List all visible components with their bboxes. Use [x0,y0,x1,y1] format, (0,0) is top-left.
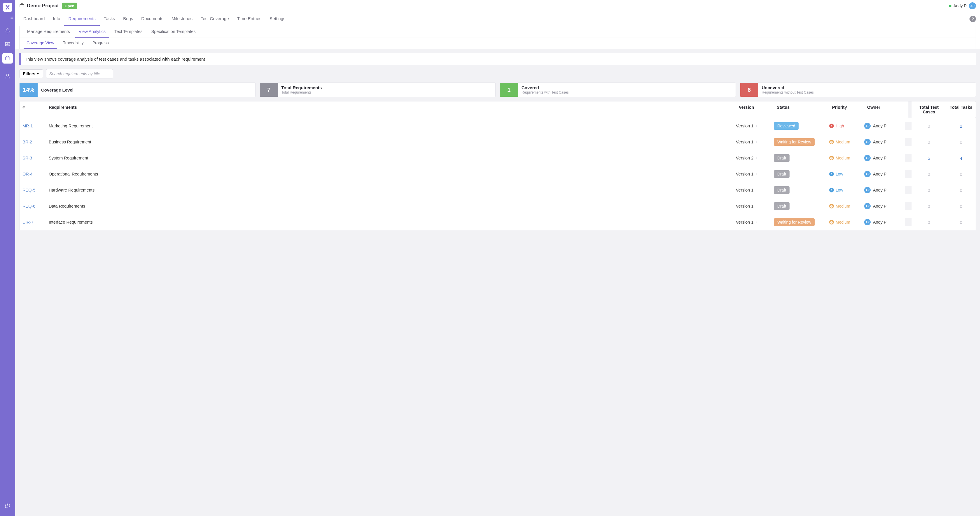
priority: !Low [829,172,843,176]
chevron-right-icon[interactable]: › [756,124,757,128]
info-banner: This view shows coverage analysis of tes… [19,53,976,65]
subnav-specification-templates[interactable]: Specification Templates [148,26,199,38]
top-header: Demo Project Open Andy P AP [15,0,980,12]
owner: APAndy P [864,139,887,145]
priority: !High [829,124,844,128]
subnav-view-analytics[interactable]: View Analytics [75,26,109,38]
owner: APAndy P [864,155,887,161]
test-cases-count[interactable]: 5 [928,156,930,160]
current-user-name[interactable]: Andy P [953,3,967,8]
help-icon[interactable]: ? [969,16,976,22]
tasks-count[interactable]: 4 [960,156,962,160]
priority: !Low [829,188,843,192]
priority-icon: ◐ [829,140,834,144]
view-tab-progress[interactable]: Progress [89,38,112,49]
tasks-count: 0 [960,140,962,144]
version-label: Version 1 [736,172,753,176]
requirement-id-link[interactable]: SR-3 [22,156,32,160]
filters-label: Filters [23,71,35,76]
owner-avatar: AP [864,139,870,145]
requirement-title: Marketing Requirement [46,119,733,132]
nav-requirements[interactable]: Requirements [64,12,99,26]
table-row: OR-4Operational RequirementsVersion 1›Dr… [19,166,976,182]
sidebar-item-notifications[interactable] [2,25,13,36]
requirement-title: Operational Requirements [46,168,733,181]
priority: ◐Medium [829,140,850,144]
table-row: REQ-5Hardware RequirementsVersion 1Draft… [19,182,976,198]
row-gap [905,170,912,178]
owner-name: Andy P [873,220,887,224]
search-input[interactable] [46,69,113,78]
nav-settings[interactable]: Settings [266,12,290,26]
priority-icon: ! [829,124,834,128]
test-cases-count: 0 [928,124,930,129]
sidebar-item-dashboard[interactable] [2,39,13,49]
sidebar-item-projects[interactable] [2,53,13,64]
priority-label: Medium [835,204,850,208]
th-id[interactable]: # [19,102,46,118]
owner-name: Andy P [873,140,887,144]
nav-tasks[interactable]: Tasks [100,12,119,26]
nav-info[interactable]: Info [49,12,64,26]
sidebar-collapse-icon[interactable] [10,16,14,21]
chevron-right-icon[interactable]: › [756,140,757,144]
requirement-id-link[interactable]: UIR-7 [22,220,33,224]
stat-uncovered-value: 6 [740,83,758,97]
requirement-id-link[interactable]: BR-2 [22,140,32,144]
chevron-right-icon[interactable]: › [756,156,757,160]
owner: APAndy P [864,187,887,193]
status-badge: Waiting for Review [774,138,815,146]
owner-name: Andy P [873,204,887,208]
owner: APAndy P [864,219,887,225]
app-logo[interactable] [3,3,12,12]
table-row: BR-2Business RequirementVersion 1›Waitin… [19,134,976,150]
th-test-cases[interactable]: Total Test Cases [912,102,947,118]
sidebar-item-people[interactable] [2,71,13,81]
tertiary-nav: Coverage ViewTraceabilityProgress [19,38,976,49]
briefcase-icon [19,3,24,9]
filters-button[interactable]: Filters ▼ [19,69,43,78]
stat-total-value: 7 [260,83,278,97]
th-priority[interactable]: Priority [829,102,864,118]
sidebar-item-support[interactable] [2,500,13,511]
requirement-id-link[interactable]: REQ-6 [22,204,35,208]
view-tab-traceability[interactable]: Traceability [60,38,87,49]
svg-point-1 [7,74,9,76]
nav-test-coverage[interactable]: Test Coverage [197,12,233,26]
requirement-id-link[interactable]: MR-1 [22,124,33,128]
version-label: Version 1 [736,188,753,192]
nav-time-entries[interactable]: Time Entries [233,12,266,26]
owner-avatar: AP [864,203,870,209]
status-badge: Draft [774,202,789,210]
priority-icon: ◐ [829,204,834,208]
project-title: Demo Project [27,3,59,9]
th-owner[interactable]: Owner [864,102,908,118]
nav-dashboard[interactable]: Dashboard [19,12,49,26]
requirement-id-link[interactable]: REQ-5 [22,188,35,192]
presence-indicator-icon [949,5,951,7]
th-version[interactable]: Version [736,102,774,118]
nav-documents[interactable]: Documents [137,12,167,26]
th-requirements[interactable]: Requirements [46,102,736,118]
priority-label: Low [835,172,843,176]
chevron-right-icon[interactable]: › [756,172,757,176]
tasks-count[interactable]: 2 [960,124,962,129]
th-status[interactable]: Status [774,102,829,118]
tasks-count: 0 [960,204,962,209]
current-user-avatar[interactable]: AP [969,2,976,10]
row-gap [905,138,912,146]
requirements-table: # Requirements Version Status Priority O… [19,101,976,230]
caret-down-icon: ▼ [37,72,40,76]
requirement-id-link[interactable]: OR-4 [22,172,33,176]
row-gap [905,202,912,210]
table-row: UIR-7Interface RequirementsVersion 1›Wai… [19,214,976,230]
table-row: REQ-6Data RequirementsVersion 1Draft◐Med… [19,198,976,214]
subnav-text-templates[interactable]: Text Templates [111,26,146,38]
stat-covered-value: 1 [500,83,518,97]
subnav-manage-requirements[interactable]: Manage Requirements [24,26,73,38]
chevron-right-icon[interactable]: › [756,220,757,224]
nav-bugs[interactable]: Bugs [119,12,137,26]
view-tab-coverage-view[interactable]: Coverage View [24,38,57,49]
nav-milestones[interactable]: Milestones [167,12,197,26]
th-tasks[interactable]: Total Tasks [947,102,975,118]
